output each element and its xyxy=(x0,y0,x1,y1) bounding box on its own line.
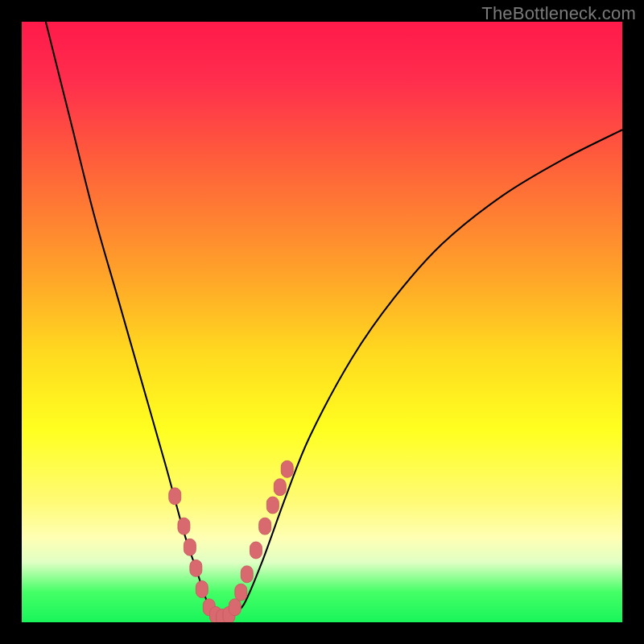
curve-marker xyxy=(281,460,293,477)
curve-svg xyxy=(22,22,622,622)
curve-marker xyxy=(241,566,253,583)
curve-marker xyxy=(169,488,181,505)
curve-marker xyxy=(190,559,202,576)
curve-marker xyxy=(178,518,190,535)
curve-marker xyxy=(259,518,271,535)
curve-marker xyxy=(229,599,241,616)
curve-marker xyxy=(196,581,208,598)
curve-marker xyxy=(250,542,262,559)
curve-marker xyxy=(184,539,196,555)
bottleneck-curve xyxy=(46,22,622,618)
curve-marker xyxy=(235,584,247,601)
curve-marker xyxy=(274,479,286,496)
plot-frame xyxy=(22,22,622,622)
watermark-text: TheBottleneck.com xyxy=(481,3,636,24)
curve-marker xyxy=(266,497,279,514)
